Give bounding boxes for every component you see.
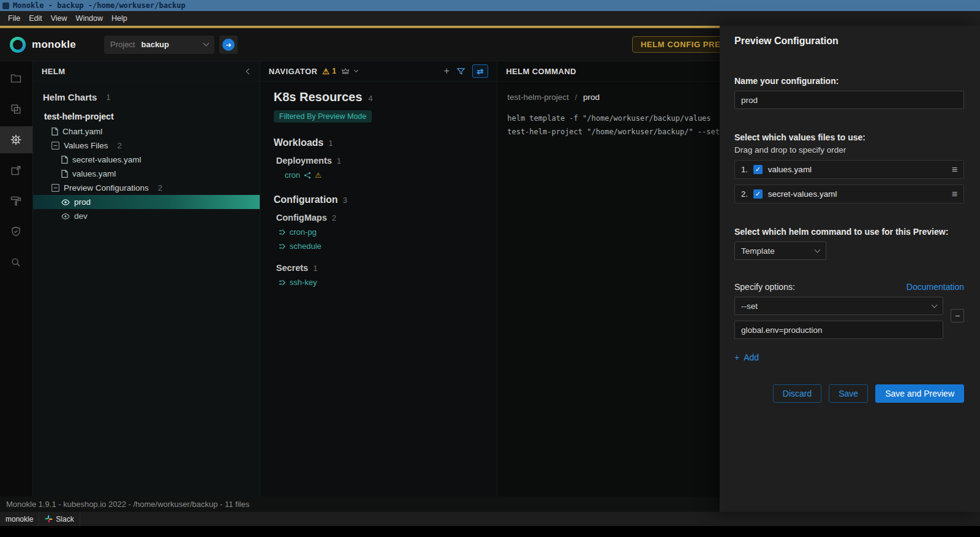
- swap-glyph: ⇄: [477, 67, 484, 76]
- nav-section-configuration[interactable]: Configuration 3: [274, 194, 497, 205]
- helm-chart-project[interactable]: test-helm-project: [33, 109, 260, 124]
- navigator-header: NAVIGATOR ⚠ 1 + ⇄: [260, 61, 497, 82]
- subsection-label: Deployments: [276, 156, 332, 166]
- values-file-label: values.yaml: [72, 169, 116, 178]
- file-explorer-icon[interactable]: [0, 65, 32, 92]
- breadcrumb: test-helm-project / prod: [507, 93, 710, 102]
- remove-option-button[interactable]: −: [951, 309, 964, 322]
- resource-item-cron[interactable]: cron ⚠: [285, 170, 497, 180]
- options-row: Specify options: Documentation: [734, 282, 964, 292]
- resource-label: cron: [285, 170, 300, 180]
- command-line: helm template -f "/home/workuser/backup/…: [507, 112, 720, 125]
- eye-icon: [61, 199, 70, 205]
- resource-label: ssh-key: [290, 278, 317, 287]
- helm-preview-mode-icon[interactable]: [341, 67, 350, 75]
- filter-icon[interactable]: [456, 67, 466, 76]
- discard-button[interactable]: Discard: [773, 384, 821, 403]
- file-name: secret-values.yaml: [768, 189, 837, 199]
- helm-icon[interactable]: [0, 126, 32, 153]
- section-count: 1: [328, 139, 333, 148]
- file-order: 2.: [741, 189, 748, 199]
- search-icon[interactable]: [0, 249, 32, 276]
- templates-icon[interactable]: [0, 188, 32, 215]
- subsection-label: Secrets: [276, 263, 308, 273]
- nav-subsection-deployments[interactable]: Deployments 1: [276, 156, 497, 166]
- file-icon: [61, 170, 68, 178]
- values-file-row[interactable]: 2. ✓ secret-values.yaml ≡: [734, 185, 964, 204]
- quick-cluster-preview-button[interactable]: ➜: [219, 36, 238, 54]
- resource-label: cron-pg: [290, 227, 317, 237]
- taskbar-label: Slack: [56, 515, 74, 524]
- chart-yaml-item[interactable]: Chart.yaml: [33, 124, 260, 139]
- save-button[interactable]: Save: [829, 384, 868, 403]
- menu-view[interactable]: View: [47, 11, 72, 26]
- preview-configurations-count: 2: [158, 183, 162, 192]
- nav-subsection-configmaps[interactable]: ConfigMaps 2: [276, 213, 497, 223]
- helm-command-select-label: Select which helm command to use for thi…: [734, 227, 964, 237]
- values-file-label: secret-values.yaml: [72, 155, 141, 164]
- documentation-link[interactable]: Documentation: [907, 282, 964, 292]
- helm-command-text: helm template -f "/home/workuser/backup/…: [507, 112, 720, 139]
- helm-panel-header: HELM: [33, 61, 260, 82]
- helm-command-value: Template: [741, 246, 775, 256]
- navigator-panel: NAVIGATOR ⚠ 1 + ⇄ K8s Resources 4: [260, 61, 497, 497]
- collapse-panel-icon[interactable]: [246, 68, 252, 74]
- helm-panel-title: HELM: [42, 67, 65, 76]
- warning-triangle-icon[interactable]: ⚠: [322, 67, 330, 76]
- section-label: Configuration: [274, 194, 338, 205]
- monokle-logo-icon: [10, 37, 26, 53]
- screen: Monokle - backup -/home/workuser/backup …: [0, 0, 980, 537]
- menu-help[interactable]: Help: [107, 11, 132, 26]
- left-icon-rail: [0, 61, 33, 497]
- drag-handle-icon[interactable]: ≡: [952, 164, 957, 175]
- project-value: backup: [141, 40, 169, 49]
- resource-item-cron-pg[interactable]: cron-pg: [279, 227, 497, 237]
- nav-subsection-secrets[interactable]: Secrets 1: [276, 263, 497, 273]
- preview-config-prod[interactable]: prod: [33, 195, 260, 209]
- collapse-minus-icon: [51, 142, 59, 150]
- resource-item-schedule[interactable]: schedule: [279, 242, 497, 251]
- navigator-body: K8s Resources 4 Filtered By Preview Mode…: [260, 90, 497, 287]
- warning-triangle-icon: ⚠: [315, 171, 322, 180]
- preview-config-label: prod: [74, 197, 91, 207]
- taskbar-item-slack[interactable]: Slack: [39, 512, 80, 526]
- resource-item-ssh-key[interactable]: ssh-key: [279, 278, 497, 287]
- preview-config-dev[interactable]: dev: [33, 209, 260, 223]
- nav-section-workloads[interactable]: Workloads 1: [274, 137, 497, 148]
- checkbox-checked[interactable]: ✓: [753, 189, 763, 199]
- arrow-right-icon: ➜: [222, 39, 235, 51]
- images-icon[interactable]: [0, 157, 32, 184]
- menu-window[interactable]: Window: [72, 11, 107, 26]
- checkbox-checked[interactable]: ✓: [753, 165, 763, 174]
- values-file-item[interactable]: values.yaml: [33, 167, 260, 181]
- kustomize-icon[interactable]: [0, 96, 32, 123]
- preview-configurations-group[interactable]: Preview Configurations 2: [33, 181, 260, 195]
- option-flag-select[interactable]: --set: [734, 297, 943, 315]
- add-label: Add: [744, 352, 759, 362]
- values-file-row[interactable]: 1. ✓ values.yaml ≡: [734, 160, 964, 179]
- chevron-down-icon[interactable]: [354, 67, 358, 72]
- k8s-resources-heading: K8s Resources 4: [274, 90, 497, 104]
- window-icon: [2, 2, 9, 9]
- option-value-input[interactable]: [734, 321, 943, 339]
- taskbar-item-monokle[interactable]: monokle: [0, 512, 39, 526]
- resource-kind-icon: [279, 229, 286, 236]
- drawer-actions: Discard Save Save and Preview: [734, 384, 964, 403]
- drag-handle-icon[interactable]: ≡: [952, 189, 957, 200]
- validation-icon[interactable]: [0, 218, 32, 245]
- compare-sync-icon[interactable]: ⇄: [472, 64, 488, 78]
- helm-command-select[interactable]: Template: [734, 242, 826, 260]
- values-files-group[interactable]: Values Files 2: [33, 139, 260, 153]
- command-line: test-helm-project "/home/workuser/backup…: [507, 125, 720, 139]
- app-logo-text: monokle: [32, 39, 76, 51]
- chevron-down-icon: [815, 246, 821, 253]
- add-resource-icon[interactable]: +: [443, 66, 450, 77]
- menu-file[interactable]: File: [4, 11, 24, 26]
- menu-edit[interactable]: Edit: [24, 11, 47, 26]
- save-and-preview-button[interactable]: Save and Preview: [875, 384, 964, 403]
- project-selector[interactable]: Project backup: [104, 36, 214, 54]
- add-option-button[interactable]: + Add: [734, 352, 964, 362]
- config-name-input[interactable]: [734, 91, 964, 109]
- helm-charts-header[interactable]: Helm Charts 1: [33, 89, 260, 105]
- values-file-item[interactable]: secret-values.yaml: [33, 153, 260, 167]
